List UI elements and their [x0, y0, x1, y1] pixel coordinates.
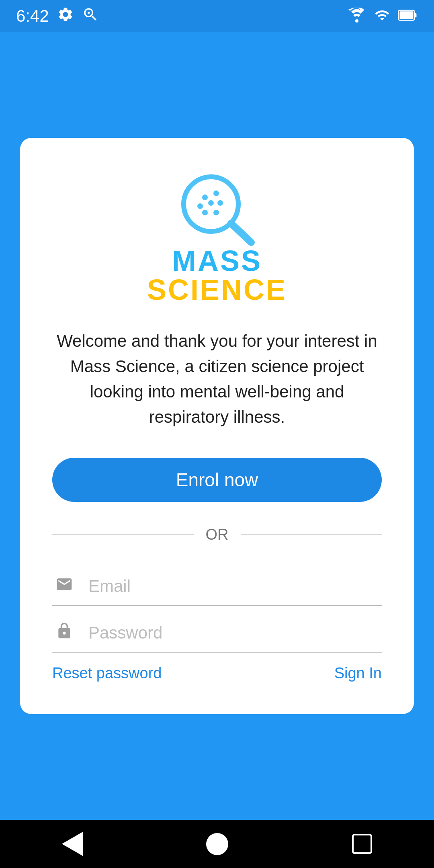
login-card: MASS SCIENCE Welcome and thank you for y…	[20, 138, 414, 714]
svg-point-8	[197, 203, 203, 209]
lock-icon	[52, 622, 76, 644]
welcome-text: Welcome and thank you for your interest …	[52, 328, 382, 430]
sign-in-link[interactable]: Sign In	[334, 665, 382, 682]
battery-icon	[398, 8, 418, 25]
links-row: Reset password Sign In	[52, 665, 382, 682]
enrol-now-button[interactable]: Enrol now	[52, 458, 382, 502]
svg-point-6	[202, 194, 208, 200]
wifi-icon	[347, 8, 366, 25]
login-form: Reset password Sign In	[52, 567, 382, 682]
logo-container: MASS SCIENCE	[147, 170, 287, 304]
svg-point-12	[213, 210, 219, 215]
reset-password-link[interactable]: Reset password	[52, 665, 162, 682]
email-input-group	[52, 567, 382, 606]
svg-point-9	[208, 200, 214, 206]
logo-mass: MASS	[147, 246, 287, 275]
status-time: 6:42	[16, 6, 49, 26]
email-icon	[52, 575, 76, 597]
status-bar: 6:42	[0, 0, 434, 32]
or-divider: OR	[52, 526, 382, 543]
password-input-group	[52, 614, 382, 653]
svg-point-7	[213, 190, 219, 196]
svg-line-13	[231, 223, 251, 242]
svg-rect-3	[414, 13, 416, 18]
divider-line-left	[52, 534, 194, 535]
svg-point-0	[88, 12, 90, 14]
svg-point-1	[355, 19, 358, 23]
recents-button[interactable]	[352, 834, 372, 854]
divider-line-right	[241, 534, 382, 535]
signal-icon	[374, 8, 391, 25]
back-button[interactable]	[62, 832, 83, 856]
svg-rect-4	[399, 11, 413, 19]
home-button[interactable]	[206, 833, 228, 855]
password-input[interactable]	[88, 623, 382, 643]
status-left: 6:42	[16, 6, 99, 27]
magnify-icon	[82, 6, 99, 27]
email-input[interactable]	[88, 577, 382, 596]
or-text: OR	[206, 526, 229, 543]
bottom-nav-bar	[0, 820, 434, 868]
main-area: MASS SCIENCE Welcome and thank you for y…	[0, 32, 434, 820]
status-right	[347, 8, 418, 25]
settings-icon	[57, 6, 74, 27]
app-logo-icon	[173, 170, 261, 246]
logo-text: MASS SCIENCE	[147, 246, 287, 304]
svg-point-11	[202, 210, 208, 215]
svg-point-10	[217, 200, 223, 206]
logo-science: SCIENCE	[147, 275, 287, 304]
